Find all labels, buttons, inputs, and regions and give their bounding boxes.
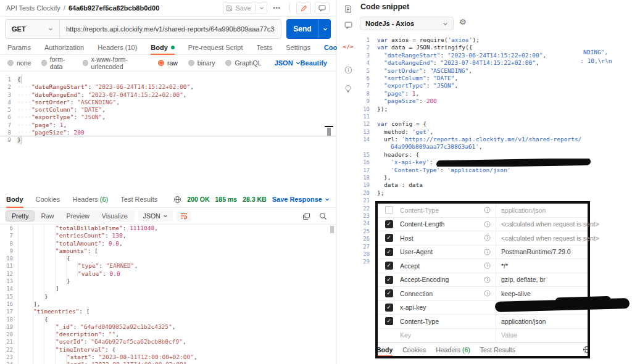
breadcrumb-collection[interactable]: API Tests Clockify — [6, 4, 60, 12]
code-line: 8····"pageSize": 200 — [0, 129, 336, 136]
overlay-tab-headers[interactable]: Headers(6) — [436, 343, 470, 357]
tab-tests[interactable]: Tests — [256, 40, 272, 55]
edit-button[interactable] — [296, 2, 311, 14]
checkbox[interactable]: ✓ — [385, 304, 393, 312]
view-tab-visualize[interactable]: Visualize — [96, 210, 134, 221]
token: ···· — [17, 83, 31, 91]
header-name-cell: Connection — [400, 290, 496, 297]
view-tab-raw[interactable]: Raw — [35, 210, 60, 221]
checkbox[interactable]: ✓ — [385, 289, 393, 297]
checkbox[interactable]: ✓ — [385, 234, 393, 242]
info-icon[interactable] — [484, 290, 491, 297]
more-options-icon[interactable]: ••• — [271, 5, 283, 11]
snippet-language-select[interactable]: NodeJs - Axios — [360, 17, 454, 30]
save-dropdown-chevron-icon[interactable] — [259, 6, 264, 10]
overlay-tab-cookies[interactable]: Cookies — [402, 343, 426, 357]
info-icon[interactable] — [484, 207, 491, 213]
checkbox[interactable] — [385, 206, 393, 214]
beautify-link[interactable]: Beautify — [301, 59, 327, 67]
code-line: 19data : data — [356, 181, 632, 189]
header-name: User-Agent — [400, 248, 433, 255]
response-format-select[interactable]: JSON — [138, 210, 173, 221]
token: ] — [56, 285, 59, 292]
lightbulb-icon[interactable] — [342, 83, 354, 95]
line-number: 25 — [356, 228, 377, 235]
token: , — [119, 240, 123, 247]
token: config = { — [391, 120, 426, 128]
tab-authorization[interactable]: Authorization — [44, 40, 84, 55]
overlay-tabs-bar: BodyCookiesHeaders(6)Test Results — [378, 342, 588, 356]
comments-button[interactable] — [315, 2, 330, 14]
checkbox[interactable]: ✓ — [385, 276, 393, 284]
request-body-editor[interactable]: 1{2····"dateRangeStart": "2023-06-24T14:… — [0, 71, 336, 191]
url-input[interactable] — [60, 20, 281, 38]
tab-params[interactable]: Params — [7, 40, 31, 55]
body-mode-form-data[interactable]: form-data — [41, 56, 72, 70]
save-button[interactable]: Save — [223, 2, 267, 14]
tab-settings[interactable]: Settings — [286, 40, 310, 55]
info-icon[interactable] — [342, 64, 354, 76]
checkbox[interactable]: ✓ — [385, 317, 393, 325]
info-icon[interactable] — [484, 249, 491, 255]
response-size[interactable]: 28.3 KB — [243, 196, 267, 203]
code-line: 16'x-api-key': — [356, 159, 632, 166]
overlay-tab-body[interactable]: Body — [378, 343, 393, 357]
status-badge[interactable]: 200 OK — [187, 196, 209, 203]
code-text: "timeInterval": { — [22, 346, 336, 354]
header-name-cell: Content-Type — [400, 207, 496, 214]
scrollbar[interactable] — [327, 128, 331, 136]
code-line: 64a990b809aaa77c38863a61', — [356, 143, 632, 151]
key-placeholder[interactable]: Key — [400, 331, 411, 339]
body-mode-binary[interactable]: binary — [188, 59, 215, 67]
line-number: 12 — [0, 270, 19, 278]
code-icon[interactable]: </> — [342, 40, 354, 52]
save-response-button[interactable]: Save Response — [272, 196, 330, 203]
checkbox[interactable]: ✓ — [385, 248, 393, 256]
checkbox[interactable]: ✓ — [385, 220, 393, 228]
info-icon[interactable] — [484, 262, 491, 269]
body-mode-none[interactable]: none — [7, 59, 31, 67]
indent — [22, 346, 56, 354]
code-text: ] — [22, 285, 336, 292]
tab-pre-request-script[interactable]: Pre-request Script — [188, 40, 243, 55]
token: "64afd0409852a92c1b2c4325" — [80, 323, 172, 331]
documentation-icon[interactable] — [342, 2, 354, 15]
response-time[interactable]: 185 ms — [215, 196, 238, 203]
scrollbar[interactable] — [330, 226, 334, 233]
info-icon[interactable] — [484, 221, 491, 228]
body-mode-x-www-form-urlencoded[interactable]: x-www-form-urlencoded — [83, 56, 148, 70]
body-language-select[interactable]: JSON — [275, 59, 301, 67]
comment-icon[interactable] — [342, 19, 354, 31]
method-select[interactable]: GET — [6, 20, 60, 38]
tab-body[interactable]: Body — [151, 40, 175, 55]
checkbox-cell: ✓ — [378, 317, 400, 325]
wrap-lines-button[interactable] — [177, 210, 191, 221]
view-tab-preview[interactable]: Preview — [60, 210, 95, 221]
copy-icon[interactable] — [302, 212, 310, 220]
body-mode-raw[interactable]: raw — [158, 59, 178, 67]
body-mode-graphql[interactable]: GraphQL — [225, 59, 261, 67]
network-icon[interactable] — [173, 196, 181, 204]
response-body-editor[interactable]: 6"totalBillableTime": 1111048,7"entriesC… — [0, 224, 336, 364]
response-tab-test-results[interactable]: Test Results — [120, 191, 157, 208]
search-icon[interactable] — [319, 212, 327, 220]
overlay-tab-test-results[interactable]: Test Results — [480, 343, 515, 357]
code-text: ····"sortColumn": "DATE", — [17, 106, 336, 114]
radio-icon — [83, 60, 88, 66]
gear-icon[interactable]: ⚙ — [459, 18, 467, 26]
response-tab-cookies[interactable]: Cookies — [36, 191, 60, 208]
view-tab-pretty[interactable]: Pretty — [6, 210, 35, 221]
info-icon[interactable] — [484, 234, 491, 241]
network-icon[interactable] — [583, 345, 588, 354]
send-button[interactable]: Send — [286, 19, 331, 39]
value-placeholder[interactable]: Value — [496, 329, 588, 342]
response-tab-headers[interactable]: Headers(6) — [72, 191, 108, 208]
tab-headers-10[interactable]: Headers (10) — [98, 40, 137, 55]
info-icon[interactable] — [484, 276, 491, 283]
line-number: 8 — [356, 90, 377, 97]
send-dropdown-chevron-icon[interactable] — [318, 19, 331, 39]
checkbox[interactable]: ✓ — [385, 262, 393, 270]
header-value: application/json — [496, 315, 588, 328]
breadcrumb-request-id[interactable]: 64a6b927ef5ca62bcb8b0d00 — [69, 4, 159, 12]
response-tab-body[interactable]: Body — [6, 191, 23, 208]
